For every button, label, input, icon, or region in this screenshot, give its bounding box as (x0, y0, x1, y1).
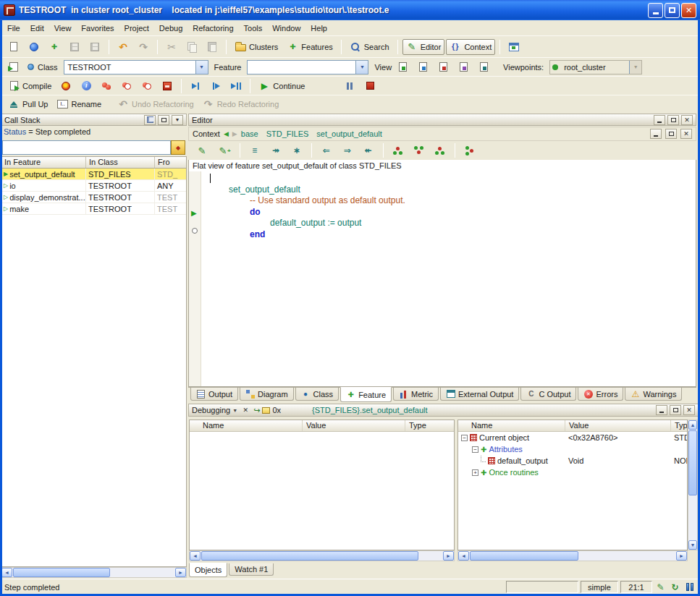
clusters-button[interactable]: Clusters (231, 39, 282, 55)
menu-window[interactable]: Window (267, 22, 305, 35)
editor-close-button[interactable]: ✕ (681, 115, 693, 125)
editor-header[interactable]: Editor ✕ (188, 114, 696, 126)
debugging-close-tool-button[interactable]: ✕ (240, 405, 251, 415)
code-line-3[interactable]: -- Use standard output as default output… (189, 195, 696, 207)
edit-feature-button[interactable]: ✎ (193, 142, 211, 158)
context-maximize-button[interactable] (665, 129, 677, 139)
menu-view[interactable]: View (49, 22, 77, 35)
tab-diagram[interactable]: Diagram (240, 388, 294, 401)
float-panel-button[interactable] (158, 115, 169, 125)
call-stack-header[interactable]: Call Stack ▼ (1, 114, 187, 126)
breadcrumb-cluster[interactable]: base (241, 129, 258, 138)
redo-button[interactable]: ↷ (134, 39, 153, 55)
edit-in-new-tab-button[interactable]: ✎+ (214, 142, 235, 158)
objects-vscrollbar[interactable]: ▲ ▼ (688, 420, 698, 550)
continue-button[interactable]: ▶Continue (255, 78, 308, 94)
menu-favorites[interactable]: Favorites (76, 22, 119, 35)
title-bar[interactable]: TESTROOT in cluster root_cluster located… (0, 0, 700, 20)
context-close-button[interactable]: ✕ (680, 129, 692, 139)
object-tree-row[interactable]: + ✚ Once routines (458, 467, 687, 478)
enable-breakpoints-button[interactable] (97, 78, 116, 94)
disable-breakpoints-button[interactable] (117, 78, 136, 94)
tab-feature[interactable]: ✚Feature (340, 387, 392, 402)
breadcrumb-class[interactable]: STD_FILES (266, 129, 309, 138)
show-homonyms-button[interactable]: ≡ (245, 142, 264, 158)
column-value[interactable]: Value (303, 420, 405, 431)
system-info-button[interactable]: i (77, 78, 96, 94)
menu-file[interactable]: File (2, 22, 25, 35)
flat-view-button[interactable] (434, 59, 452, 75)
code-line-4[interactable]: do (189, 207, 696, 218)
call-stack-hscrollbar[interactable]: ◄ ► (1, 567, 187, 578)
scroll-left-button[interactable]: ◄ (190, 551, 201, 561)
save-stack-button[interactable] (144, 115, 156, 125)
column-name[interactable]: Name (190, 420, 303, 431)
undo-button[interactable]: ↶ (114, 39, 132, 55)
remove-breakpoints-button[interactable] (138, 78, 156, 94)
note-icon[interactable] (262, 407, 270, 414)
features-button[interactable]: ✚Features (283, 39, 336, 55)
quick-melt-button[interactable] (56, 78, 75, 94)
refresh-status-icon[interactable]: ↻ (669, 581, 681, 593)
save-button[interactable] (65, 39, 84, 55)
feature-combo[interactable]: ▼ (247, 60, 368, 74)
debugging-maximize-button[interactable] (670, 405, 681, 415)
debugging-minimize-button[interactable] (656, 405, 667, 415)
object-tree-row[interactable]: − ✚ Attributes (458, 443, 687, 455)
menu-refactoring[interactable]: Refactoring (187, 22, 238, 35)
tab-c-output[interactable]: CC Output (520, 388, 576, 401)
history-back-button[interactable]: ◀ (224, 130, 229, 137)
compile-button[interactable]: Compile (4, 78, 55, 94)
column-in-class[interactable]: In Class (86, 157, 155, 168)
tab-output[interactable]: Output (190, 388, 238, 401)
contract-view-button[interactable] (454, 59, 473, 75)
menu-edit[interactable]: Edit (25, 22, 49, 35)
add-button[interactable]: ✚ (45, 39, 64, 55)
context-toggle-button[interactable]: {}Context (446, 39, 495, 55)
column-name[interactable]: Name (458, 420, 565, 431)
editor-minimize-button[interactable] (654, 115, 665, 125)
text-view-button[interactable] (393, 59, 412, 75)
close-button[interactable]: ✕ (681, 3, 696, 18)
scroll-up-button[interactable]: ▲ (688, 420, 697, 430)
viewpoints-combo[interactable]: root_cluster ▼ (549, 60, 642, 74)
menu-debug[interactable]: Debug (154, 22, 187, 35)
code-line-2[interactable]: set_output_default (189, 184, 696, 196)
stop-button[interactable] (360, 78, 379, 94)
class-combo[interactable]: TESTROOT ▼ (64, 60, 208, 74)
code-line-6[interactable]: end (189, 229, 696, 241)
editable-status-icon[interactable]: ✎ (654, 581, 667, 593)
column-value[interactable]: Value (565, 420, 671, 431)
stack-depth-input[interactable] (2, 140, 171, 155)
scroll-right-button[interactable]: ► (443, 551, 454, 561)
minimize-button[interactable] (648, 3, 663, 18)
stack-frame-row[interactable]: ▷display_demonstrat... TESTROOT TEST (1, 192, 186, 203)
step-into-button[interactable] (186, 78, 205, 94)
redirect-icon[interactable]: ↪ (253, 406, 260, 415)
scroll-right-button[interactable]: ► (175, 568, 186, 577)
breadcrumb-feature[interactable]: set_output_default (316, 129, 382, 138)
code-line-1[interactable] (189, 173, 696, 184)
save-all-button[interactable] (85, 39, 104, 55)
pull-up-button[interactable]: Pull Up (4, 96, 51, 112)
paste-button[interactable] (203, 39, 222, 55)
column-type[interactable]: Type (405, 420, 454, 431)
show-descendants-button[interactable] (410, 142, 429, 158)
breakpoint-slot-icon[interactable] (192, 228, 198, 234)
show-callers-button[interactable]: ⇐ (317, 142, 336, 158)
expand-icon[interactable]: + (472, 469, 478, 476)
code-line-5[interactable]: default_output := output (189, 218, 696, 229)
context-minimize-button[interactable] (650, 129, 662, 139)
pause-button[interactable] (340, 78, 359, 94)
undo-refactoring-button[interactable]: ↶Undo Refactoring (114, 96, 198, 112)
scroll-thumb[interactable] (13, 568, 110, 577)
debugging-header[interactable]: Debugging ▼ ✕ ↪ 0x {STD_FILES}.set_outpu… (188, 404, 699, 417)
hex-format-toggle[interactable]: 0x (272, 406, 281, 414)
menu-tools[interactable]: Tools (239, 22, 268, 35)
interface-view-button[interactable] (474, 59, 493, 75)
search-button[interactable]: Search (346, 39, 393, 55)
stack-frame-row[interactable]: ▷make TESTROOT TEST (1, 203, 186, 215)
objects-hscrollbar[interactable]: ◄ ► (457, 550, 688, 561)
columns-status-icon[interactable] (683, 581, 696, 593)
new-document-button[interactable] (4, 39, 23, 55)
